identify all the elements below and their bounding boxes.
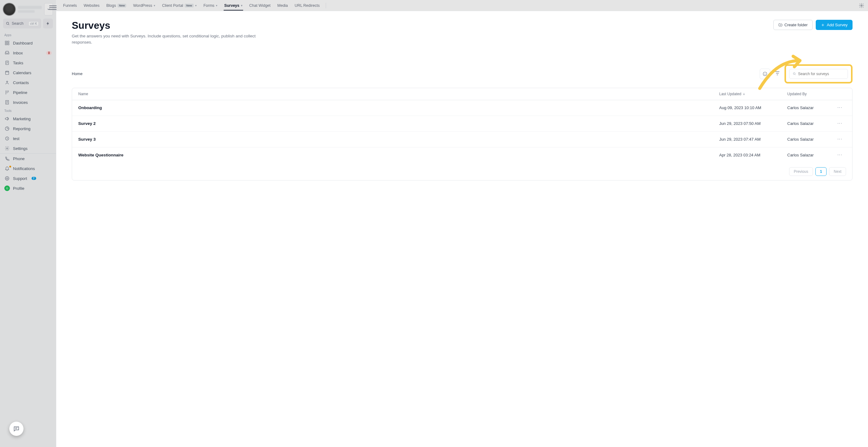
- sidebar-item-label: Inbox: [13, 51, 23, 55]
- sidebar-item-calendars[interactable]: Calendars: [0, 68, 56, 77]
- sidebar-item-contacts[interactable]: Contacts: [0, 77, 56, 88]
- workspace-avatar[interactable]: [3, 3, 16, 15]
- tab-label: Websites: [84, 3, 99, 8]
- chevron-down-icon: ▾: [195, 4, 197, 7]
- chevron-down-icon: ▾: [154, 4, 155, 7]
- breadcrumb[interactable]: Home: [72, 71, 83, 76]
- prev-button[interactable]: Previous: [789, 167, 813, 176]
- page-1-button[interactable]: 1: [815, 167, 827, 176]
- create-folder-label: Create folder: [784, 23, 808, 27]
- survey-name: Onboarding: [78, 105, 719, 110]
- sidebar-item-support[interactable]: Support7: [0, 173, 56, 183]
- sidebar-item-tasks[interactable]: Tasks: [0, 58, 56, 68]
- sidebar-search[interactable]: Search ctrl K: [3, 19, 41, 28]
- chevron-down-icon: ▾: [216, 4, 217, 7]
- tab-label: Blogs: [106, 3, 116, 8]
- info-icon: [763, 71, 768, 76]
- survey-name: Survey 2: [78, 121, 719, 126]
- sidebar-badge: 0: [46, 51, 52, 55]
- dashboard-icon: [4, 40, 10, 46]
- notification-dot: [9, 166, 11, 167]
- tab-client-portal[interactable]: Client PortalNew▾: [159, 1, 200, 10]
- tab-label: Chat Widget: [249, 3, 271, 8]
- tab-label: Forms: [204, 3, 214, 8]
- next-button[interactable]: Next: [829, 167, 846, 176]
- test-icon: [4, 136, 10, 141]
- sidebar-item-notifications[interactable]: Notifications: [0, 163, 56, 173]
- sidebar-item-label: Contacts: [13, 81, 29, 85]
- row-menu-button[interactable]: ⋮: [837, 137, 843, 141]
- tab-media[interactable]: Media: [274, 1, 291, 10]
- row-menu-button[interactable]: ⋮: [837, 121, 843, 126]
- row-menu-button[interactable]: ⋮: [837, 152, 843, 157]
- chevron-down-icon: ▾: [241, 4, 243, 7]
- col-updated[interactable]: Last Updated: [719, 92, 787, 96]
- page-content: Surveys Get the answers you need with Su…: [56, 11, 868, 447]
- survey-updated: Jun 29, 2023 07:50 AM: [719, 121, 787, 126]
- settings-gear-icon[interactable]: [859, 3, 864, 8]
- sidebar-item-dashboard[interactable]: Dashboard: [0, 38, 56, 48]
- calendar-icon: [4, 70, 10, 75]
- table-header: Name Last Updated Updated By: [72, 88, 852, 100]
- sidebar-item-label: Notifications: [13, 166, 35, 171]
- nav-divider: [326, 3, 326, 8]
- tab-websites[interactable]: Websites: [81, 1, 102, 10]
- sidebar-item-label: Marketing: [13, 117, 31, 121]
- sidebar-item-test[interactable]: test: [0, 133, 56, 143]
- survey-name: Survey 3: [78, 137, 719, 141]
- sidebar-item-label: test: [13, 136, 20, 141]
- tab-forms[interactable]: Forms▾: [200, 1, 221, 10]
- survey-search-input[interactable]: [798, 72, 844, 76]
- pipeline-icon: [4, 90, 10, 95]
- svg-point-0: [6, 22, 9, 24]
- sidebar-item-marketing[interactable]: Marketing: [0, 114, 56, 124]
- sidebar-item-reporting[interactable]: Reporting: [0, 124, 56, 133]
- survey-updated-by: Carlos Salazar: [787, 153, 837, 157]
- tab-label: WordPress: [133, 3, 152, 8]
- tab-blogs[interactable]: BlogsNew: [103, 1, 130, 10]
- create-folder-button[interactable]: Create folder: [773, 20, 813, 30]
- top-nav: FunnelsWebsitesBlogsNewWordPress▾Client …: [56, 0, 868, 11]
- quick-action-button[interactable]: [43, 19, 53, 28]
- sidebar-item-pipeline[interactable]: Pipeline: [0, 88, 56, 97]
- search-icon: [6, 21, 10, 26]
- survey-name: Website Questionnaire: [78, 153, 719, 157]
- col-name[interactable]: Name: [78, 92, 719, 96]
- tab-wordpress[interactable]: WordPress▾: [130, 1, 158, 10]
- svg-point-14: [861, 5, 862, 6]
- filter-icon: [775, 70, 780, 76]
- row-menu-button[interactable]: ⋮: [837, 105, 843, 110]
- tab-surveys[interactable]: Surveys▾: [221, 1, 246, 10]
- table-row[interactable]: Survey 3 Jun 29, 2023 07:47 AM Carlos Sa…: [72, 132, 852, 148]
- chat-widget-bubble[interactable]: [9, 422, 24, 436]
- survey-updated: Apr 28, 2023 03:24 AM: [719, 153, 787, 157]
- phone-icon: [4, 156, 10, 161]
- tab-url-redirects[interactable]: URL Redirects: [292, 1, 323, 10]
- survey-updated-by: Carlos Salazar: [787, 105, 837, 110]
- svg-rect-3: [5, 43, 7, 45]
- sidebar-item-label: Dashboard: [13, 41, 33, 45]
- filter-button[interactable]: [775, 70, 780, 77]
- sidebar-item-profile[interactable]: GProfile: [0, 183, 56, 193]
- table-row[interactable]: Survey 2 Jun 29, 2023 07:50 AM Carlos Sa…: [72, 116, 852, 132]
- sidebar-item-label: Profile: [13, 186, 25, 191]
- sidebar-item-settings[interactable]: Settings: [0, 143, 56, 153]
- sidebar-item-inbox[interactable]: Inbox0: [0, 48, 56, 58]
- tab-funnels[interactable]: Funnels: [60, 1, 80, 10]
- collapse-sidebar-button[interactable]: [49, 4, 57, 11]
- sidebar-item-invoices[interactable]: Invoices: [0, 97, 56, 107]
- col-by[interactable]: Updated By: [787, 92, 837, 96]
- tab-chat-widget[interactable]: Chat Widget: [246, 1, 274, 10]
- sidebar-item-phone[interactable]: Phone: [0, 154, 56, 163]
- settings-icon: [4, 146, 10, 151]
- bolt-icon: [46, 21, 50, 26]
- table-row[interactable]: Onboarding Aug 09, 2023 10:10 AM Carlos …: [72, 100, 852, 116]
- survey-search[interactable]: [789, 69, 848, 79]
- info-button[interactable]: [760, 69, 770, 79]
- survey-updated-by: Carlos Salazar: [787, 121, 837, 126]
- table-row[interactable]: Website Questionnaire Apr 28, 2023 03:24…: [72, 148, 852, 163]
- svg-point-7: [6, 81, 8, 82]
- sidebar-item-label: Settings: [13, 146, 28, 151]
- add-survey-button[interactable]: Add Survey: [816, 20, 852, 30]
- tab-label: Media: [277, 3, 288, 8]
